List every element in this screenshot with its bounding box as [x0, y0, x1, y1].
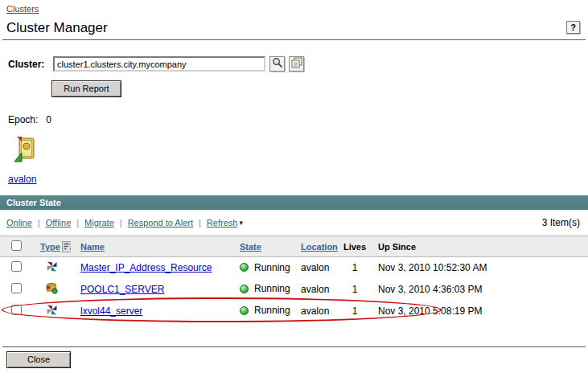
history-pages-icon	[291, 57, 302, 72]
up-since-cell: Nov 3, 2010 5:08:19 PM	[370, 301, 588, 322]
cluster-manager-page: Clusters Cluster Manager ? Cluster:	[0, 0, 588, 373]
breadcrumb-clusters-link[interactable]: Clusters	[6, 4, 39, 14]
close-button[interactable]: Close	[6, 351, 71, 368]
state-label: Running	[254, 305, 290, 316]
running-status-icon	[240, 285, 249, 293]
cluster-form-row: Cluster:	[8, 55, 588, 72]
action-separator: |	[76, 218, 79, 227]
cluster-state-table: Type Name State Location Lives Up Since …	[0, 236, 588, 322]
select-all-checkbox[interactable]	[11, 240, 22, 251]
run-report-button[interactable]: Run Report	[51, 80, 121, 97]
cluster-state-toolbar: Online | Offline | Migrate | Respond to …	[0, 210, 588, 236]
breadcrumb: Clusters	[0, 0, 588, 14]
lives-cell: 1	[339, 257, 370, 279]
column-header-name[interactable]: Name	[80, 242, 105, 252]
cluster-object-link[interactable]: avalon	[8, 174, 36, 185]
lives-cell: 1	[339, 301, 370, 322]
location-cell: avalon	[293, 279, 339, 301]
column-header-lives: Lives	[343, 242, 366, 252]
state-label: Running	[254, 283, 290, 294]
refresh-menu[interactable]: Refresh ▾	[207, 218, 243, 227]
chevron-down-icon: ▾	[239, 219, 243, 227]
title-divider	[2, 39, 586, 40]
action-separator: |	[120, 218, 122, 227]
epoch-value: 0	[46, 114, 51, 125]
column-header-up-since: Up Since	[378, 242, 416, 252]
resource-name-link[interactable]: Master_IP_Address_Resource	[80, 262, 212, 273]
cluster-resource-icon	[46, 304, 58, 316]
lives-cell: 1	[339, 279, 370, 301]
cluster-object-block: avalon	[8, 136, 588, 186]
object-selector-button[interactable]	[269, 56, 285, 72]
cluster-resource-icon	[46, 260, 58, 273]
cluster-object-icon	[13, 136, 37, 163]
table-row: Master_IP_Address_Resource Running avalo…	[0, 257, 588, 279]
object-history-button[interactable]	[289, 56, 304, 72]
epoch-row: Epoch:0	[8, 114, 588, 125]
action-online[interactable]: Online	[6, 218, 32, 227]
row-checkbox[interactable]	[11, 283, 22, 293]
action-migrate[interactable]: Migrate	[84, 218, 114, 227]
epoch-label: Epoch:	[8, 114, 38, 125]
up-since-cell: Nov 3, 2010 10:52:30 AM	[370, 257, 588, 279]
table-row-highlighted: lxvol44_server Running avalon 1 Nov 3, 2…	[0, 301, 588, 322]
resource-name-link[interactable]: lxvol44_server	[80, 305, 142, 317]
search-icon	[272, 57, 283, 72]
title-row: Cluster Manager ?	[6, 20, 582, 36]
cluster-field-label: Cluster:	[8, 59, 53, 70]
footer-divider	[2, 346, 586, 347]
item-count: 3 Item(s)	[542, 217, 580, 228]
action-separator: |	[38, 218, 40, 227]
state-label: Running	[254, 262, 290, 273]
column-header-location[interactable]: Location	[301, 242, 338, 252]
action-offline[interactable]: Offline	[46, 218, 72, 227]
column-header-type[interactable]: Type	[40, 242, 60, 252]
row-checkbox[interactable]	[11, 261, 22, 272]
page-title: Cluster Manager	[6, 20, 108, 35]
row-checkbox[interactable]	[11, 305, 22, 315]
location-cell: avalon	[293, 257, 339, 279]
cluster-state-section-header: Cluster State	[0, 195, 588, 210]
cluster-input[interactable]	[53, 56, 265, 72]
pool-server-icon	[46, 282, 58, 294]
help-button[interactable]: ?	[566, 21, 580, 34]
sort-icon[interactable]	[62, 241, 71, 252]
resource-name-link[interactable]: POOLC1_SERVER	[80, 284, 165, 295]
up-since-cell: Nov 3, 2010 4:36:03 PM	[370, 279, 588, 301]
table-row: POOLC1_SERVER Running avalon 1 Nov 3, 20…	[0, 279, 588, 301]
column-header-state[interactable]: State	[240, 242, 261, 252]
location-cell: avalon	[293, 301, 339, 322]
action-separator: |	[199, 218, 201, 227]
action-refresh[interactable]: Refresh	[207, 218, 238, 227]
table-header-row: Type Name State Location Lives Up Since	[0, 236, 588, 257]
running-status-icon	[240, 263, 249, 272]
running-status-icon	[240, 306, 249, 315]
action-respond-to-alert[interactable]: Respond to Alert	[128, 218, 193, 227]
